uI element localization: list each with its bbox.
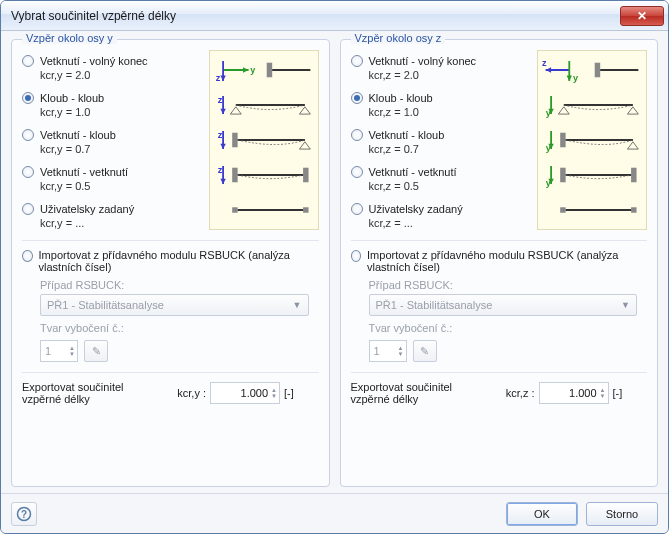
svg-rect-17 (232, 133, 237, 148)
option-label: Vetknutí - volný konec (40, 54, 148, 68)
beam-diagram (542, 195, 642, 225)
option-sublabel: kcr,y = 2.0 (40, 68, 148, 82)
beam-diagram: z (214, 160, 314, 190)
option-y-2[interactable]: Vetknutí - kloub kcr,y = 0.7 (22, 128, 201, 156)
shape-number-spinner-z: 1 ▲▼ (369, 340, 407, 362)
option-z-2[interactable]: Vetknutí - kloub kcr,z = 0.7 (351, 128, 530, 156)
svg-marker-4 (220, 75, 225, 80)
radio-icon (22, 250, 33, 262)
radio-icon (22, 166, 34, 178)
option-y-1[interactable]: Kloub - kloub kcr,y = 1.0 (22, 91, 201, 119)
svg-marker-40 (558, 107, 569, 114)
option-sublabel: kcr,z = 0.7 (369, 142, 445, 156)
export-label: Exportovat součinitel vzpěrné délky (351, 381, 491, 405)
shape-number-spinner-y: 1 ▲▼ (40, 340, 78, 362)
group-axis-y: Vzpěr okolo osy y Vetknutí - volný konec… (11, 39, 330, 487)
import-option-y[interactable]: Importovat z přídavného modulu RSBUCK (a… (22, 249, 319, 273)
unit-label: [-] (613, 387, 623, 399)
svg-rect-27 (303, 207, 308, 212)
radio-list-y: Vetknutí - volný konec kcr,y = 2.0 Kloub… (22, 50, 201, 230)
option-label: Vetknutí - kloub (40, 128, 116, 142)
radio-icon (351, 166, 363, 178)
option-sublabel: kcr,z = 1.0 (369, 105, 433, 119)
svg-marker-47 (627, 142, 638, 149)
case-label: Případ RSBUCK: (369, 279, 648, 291)
spinner-value: 1 (45, 345, 51, 357)
option-y-4[interactable]: Uživatelsky zadaný kcr,y = ... (22, 202, 201, 230)
eyedropper-icon: ✎ (420, 345, 429, 358)
group-title-z: Vzpěr okolo osy z (351, 32, 446, 44)
radio-list-z: Vetknutí - volný konec kcr,z = 2.0 Kloub… (351, 50, 530, 230)
option-z-1[interactable]: Kloub - kloub kcr,z = 1.0 (351, 91, 530, 119)
radio-icon (22, 203, 34, 215)
option-y-3[interactable]: Vetknutí - vetknutí kcr,y = 0.5 (22, 165, 201, 193)
unit-label: [-] (284, 387, 294, 399)
dialog-window: Vybrat součinitel vzpěrné délky ✕ Vzpěr … (0, 0, 669, 534)
option-sublabel: kcr,z = 0.5 (369, 179, 457, 193)
eyedropper-icon: ✎ (92, 345, 101, 358)
radio-icon (351, 92, 363, 104)
option-label: Uživatelsky zadaný (40, 202, 134, 216)
chevron-down-icon: ▼ (293, 300, 302, 310)
beam-diagram: z (214, 90, 314, 120)
select-value: PŘ1 - Stabilitätsanalyse (47, 299, 164, 311)
beam-diagram: z (214, 125, 314, 155)
svg-rect-55 (560, 207, 565, 212)
group-axis-z: Vzpěr okolo osy z Vetknutí - volný konec… (340, 39, 659, 487)
shape-label: Tvar vybočení č.: (369, 322, 648, 334)
option-label: Vetknutí - vetknutí (40, 165, 128, 179)
ok-button[interactable]: OK (506, 502, 578, 526)
option-z-0[interactable]: Vetknutí - volný konec kcr,z = 2.0 (351, 54, 530, 82)
axis-icon: y z (214, 55, 314, 85)
close-button[interactable]: ✕ (620, 6, 664, 26)
kcr-value: 1.000 (544, 387, 600, 399)
svg-text:z: z (217, 165, 222, 175)
option-sublabel: kcr,y = 1.0 (40, 105, 104, 119)
cancel-button[interactable]: Storno (586, 502, 658, 526)
export-row-y: Exportovat součinitel vzpěrné délky kcr,… (22, 372, 319, 405)
shape-label: Tvar vybočení č.: (40, 322, 319, 334)
svg-text:z: z (217, 95, 222, 105)
case-label: Případ RSBUCK: (40, 279, 319, 291)
svg-rect-26 (232, 207, 237, 212)
group-title-y: Vzpěr okolo osy y (22, 32, 117, 44)
option-z-4[interactable]: Uživatelsky zadaný kcr,z = ... (351, 202, 530, 230)
export-row-z: Exportovat součinitel vzpěrné délky kcr,… (351, 372, 648, 405)
radio-icon (22, 92, 34, 104)
diagrams-y: y z z (209, 50, 319, 230)
spinner-value: 1 (374, 345, 380, 357)
kcr-label: kcr,z : (495, 387, 535, 399)
svg-rect-53 (631, 168, 636, 183)
svg-text:z: z (215, 73, 220, 83)
svg-marker-11 (230, 107, 241, 114)
svg-rect-23 (232, 168, 237, 183)
svg-text:z: z (542, 58, 547, 68)
pick-shape-button-y: ✎ (84, 340, 108, 362)
svg-text:y: y (250, 65, 255, 75)
kcr-value: 1.000 (215, 387, 271, 399)
svg-rect-46 (560, 133, 565, 148)
option-z-3[interactable]: Vetknutí - vetknutí kcr,z = 0.5 (351, 165, 530, 193)
help-icon: ? (16, 506, 32, 522)
import-option-z[interactable]: Importovat z přídavného modulu RSBUCK (a… (351, 249, 648, 273)
titlebar: Vybrat součinitel vzpěrné délky ✕ (1, 1, 668, 31)
svg-rect-56 (631, 207, 636, 212)
svg-marker-1 (243, 67, 248, 72)
content-area: Vzpěr okolo osy y Vetknutí - volný konec… (1, 31, 668, 493)
radio-icon (22, 129, 34, 141)
import-panel-z: Importovat z přídavného modulu RSBUCK (a… (351, 240, 648, 362)
rsbuck-case-select-y: PŘ1 - Stabilitätsanalyse ▼ (40, 294, 309, 316)
window-title: Vybrat součinitel vzpěrné délky (11, 9, 620, 23)
option-y-0[interactable]: Vetknutí - volný konec kcr,y = 2.0 (22, 54, 201, 82)
help-button[interactable]: ? (11, 502, 37, 526)
svg-marker-12 (299, 107, 310, 114)
axis-icon: z y (542, 55, 642, 85)
footer: ? OK Storno (1, 493, 668, 533)
svg-marker-10 (220, 109, 225, 114)
kcr-input-z[interactable]: 1.000 ▲▼ (539, 382, 609, 404)
option-sublabel: kcr,y = 0.5 (40, 179, 128, 193)
kcr-input-y[interactable]: 1.000 ▲▼ (210, 382, 280, 404)
beam-diagram (214, 195, 314, 225)
beam-diagram: y (542, 160, 642, 190)
option-sublabel: kcr,y = ... (40, 216, 134, 230)
